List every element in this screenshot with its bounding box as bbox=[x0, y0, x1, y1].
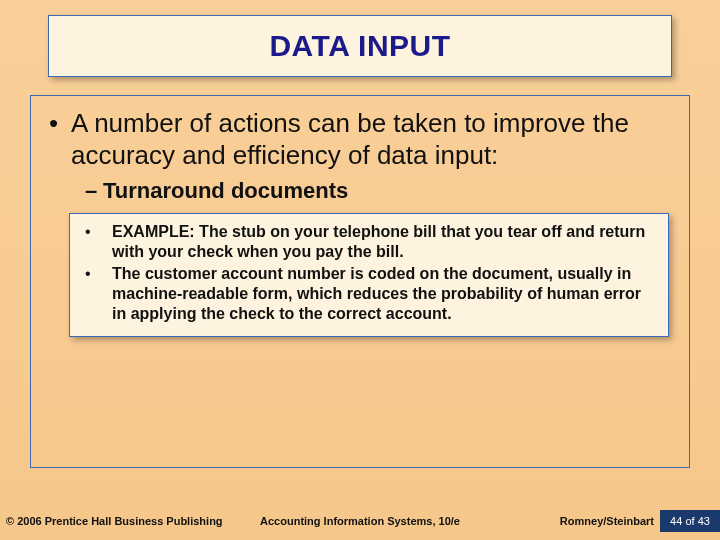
bullet-level1-text: A number of actions can be taken to impr… bbox=[71, 108, 671, 171]
bullet-dot-icon: • bbox=[82, 222, 112, 262]
bullet-level2: – Turnaround documents bbox=[85, 177, 671, 205]
slide-title: DATA INPUT bbox=[269, 29, 450, 63]
footer-copyright: © 2006 Prentice Hall Business Publishing bbox=[6, 515, 223, 527]
bullet-level3: • The customer account number is coded o… bbox=[82, 264, 656, 324]
page-number: 44 of 43 bbox=[660, 510, 720, 532]
slide: DATA INPUT • A number of actions can be … bbox=[0, 0, 720, 540]
bullet-dot-icon: • bbox=[49, 108, 71, 171]
footer-authors: Romney/Steinbart bbox=[560, 515, 654, 527]
bullet-level1: • A number of actions can be taken to im… bbox=[49, 108, 671, 171]
bullet-level2-text: Turnaround documents bbox=[103, 177, 348, 205]
title-box: DATA INPUT bbox=[48, 15, 672, 77]
dash-icon: – bbox=[85, 177, 103, 205]
footer: © 2006 Prentice Hall Business Publishing… bbox=[0, 510, 720, 532]
example-box: • EXAMPLE: The stub on your telephone bi… bbox=[69, 213, 669, 337]
bullet-level3: • EXAMPLE: The stub on your telephone bi… bbox=[82, 222, 656, 262]
bullet-level3-text: EXAMPLE: The stub on your telephone bill… bbox=[112, 222, 656, 262]
body-box: • A number of actions can be taken to im… bbox=[30, 95, 690, 468]
bullet-dot-icon: • bbox=[82, 264, 112, 324]
footer-booktitle: Accounting Information Systems, 10/e bbox=[260, 515, 460, 527]
bullet-level3-text: The customer account number is coded on … bbox=[112, 264, 656, 324]
